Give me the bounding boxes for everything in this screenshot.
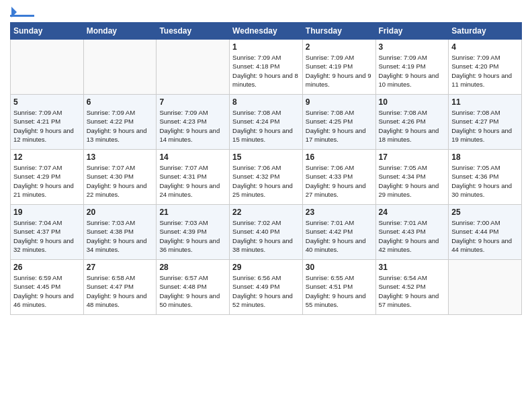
day-info: Sunrise: 7:08 AM Sunset: 4:25 PM Dayligh…	[306, 108, 373, 144]
calendar-cell: 26Sunrise: 6:59 AM Sunset: 4:45 PM Dayli…	[11, 260, 84, 315]
calendar-cell: 27Sunrise: 6:58 AM Sunset: 4:47 PM Dayli…	[83, 260, 157, 315]
col-header-friday: Friday	[375, 23, 449, 40]
day-number: 22	[232, 208, 300, 217]
calendar-week-row: 12Sunrise: 7:07 AM Sunset: 4:29 PM Dayli…	[11, 150, 522, 205]
day-info: Sunrise: 7:08 AM Sunset: 4:27 PM Dayligh…	[451, 108, 519, 144]
calendar-header-row: SundayMondayTuesdayWednesdayThursdayFrid…	[11, 23, 522, 40]
day-info: Sunrise: 7:08 AM Sunset: 4:26 PM Dayligh…	[379, 108, 446, 144]
calendar-cell: 20Sunrise: 7:03 AM Sunset: 4:38 PM Dayli…	[83, 205, 157, 260]
calendar-week-row: 1Sunrise: 7:09 AM Sunset: 4:18 PM Daylig…	[11, 40, 522, 95]
calendar-cell: 10Sunrise: 7:08 AM Sunset: 4:26 PM Dayli…	[375, 95, 449, 150]
day-number: 6	[87, 97, 154, 107]
calendar-cell: 7Sunrise: 7:09 AM Sunset: 4:23 PM Daylig…	[157, 95, 230, 150]
day-number: 30	[306, 263, 373, 272]
day-number: 7	[159, 97, 226, 107]
day-number: 31	[379, 263, 446, 272]
calendar-cell: 3Sunrise: 7:09 AM Sunset: 4:19 PM Daylig…	[375, 40, 449, 95]
day-info: Sunrise: 7:01 AM Sunset: 4:43 PM Dayligh…	[379, 218, 446, 254]
calendar-cell: 2Sunrise: 7:09 AM Sunset: 4:19 PM Daylig…	[302, 40, 375, 95]
calendar-cell	[157, 40, 230, 95]
day-info: Sunrise: 7:07 AM Sunset: 4:29 PM Dayligh…	[13, 163, 81, 199]
calendar-cell: 8Sunrise: 7:08 AM Sunset: 4:24 PM Daylig…	[230, 95, 303, 150]
day-number: 21	[159, 208, 226, 217]
day-number: 27	[87, 263, 154, 272]
day-number: 18	[451, 152, 519, 162]
day-number: 26	[13, 263, 81, 272]
calendar-cell: 19Sunrise: 7:04 AM Sunset: 4:37 PM Dayli…	[11, 205, 84, 260]
calendar-cell: 14Sunrise: 7:07 AM Sunset: 4:31 PM Dayli…	[157, 150, 230, 205]
day-info: Sunrise: 7:09 AM Sunset: 4:18 PM Dayligh…	[232, 53, 300, 89]
day-info: Sunrise: 6:57 AM Sunset: 4:48 PM Dayligh…	[159, 273, 226, 309]
day-number: 11	[451, 97, 519, 107]
calendar-cell: 28Sunrise: 6:57 AM Sunset: 4:48 PM Dayli…	[157, 260, 230, 315]
col-header-tuesday: Tuesday	[157, 23, 230, 40]
header	[10, 7, 522, 17]
day-info: Sunrise: 7:06 AM Sunset: 4:32 PM Dayligh…	[232, 163, 300, 199]
calendar-cell: 12Sunrise: 7:07 AM Sunset: 4:29 PM Dayli…	[11, 150, 84, 205]
calendar-week-row: 19Sunrise: 7:04 AM Sunset: 4:37 PM Dayli…	[11, 205, 522, 260]
calendar-cell: 1Sunrise: 7:09 AM Sunset: 4:18 PM Daylig…	[230, 40, 303, 95]
day-number: 14	[159, 152, 226, 162]
day-number: 5	[13, 97, 81, 107]
day-number: 23	[306, 208, 373, 217]
day-number: 10	[379, 97, 446, 107]
day-info: Sunrise: 6:55 AM Sunset: 4:51 PM Dayligh…	[306, 273, 373, 309]
day-number: 28	[159, 263, 226, 272]
col-header-wednesday: Wednesday	[230, 23, 303, 40]
calendar-cell: 22Sunrise: 7:02 AM Sunset: 4:40 PM Dayli…	[230, 205, 303, 260]
day-number: 8	[232, 97, 300, 107]
col-header-sunday: Sunday	[11, 23, 84, 40]
calendar-cell: 4Sunrise: 7:09 AM Sunset: 4:20 PM Daylig…	[449, 40, 522, 95]
calendar-cell: 13Sunrise: 7:07 AM Sunset: 4:30 PM Dayli…	[83, 150, 157, 205]
col-header-thursday: Thursday	[302, 23, 375, 40]
day-info: Sunrise: 7:09 AM Sunset: 4:20 PM Dayligh…	[451, 53, 519, 89]
day-info: Sunrise: 7:04 AM Sunset: 4:37 PM Dayligh…	[13, 218, 81, 254]
day-info: Sunrise: 7:05 AM Sunset: 4:34 PM Dayligh…	[379, 163, 446, 199]
day-info: Sunrise: 7:02 AM Sunset: 4:40 PM Dayligh…	[232, 218, 300, 254]
day-info: Sunrise: 7:05 AM Sunset: 4:36 PM Dayligh…	[451, 163, 519, 199]
day-info: Sunrise: 7:09 AM Sunset: 4:22 PM Dayligh…	[87, 108, 154, 144]
logo	[10, 7, 37, 17]
day-info: Sunrise: 7:06 AM Sunset: 4:33 PM Dayligh…	[306, 163, 373, 199]
day-info: Sunrise: 7:01 AM Sunset: 4:42 PM Dayligh…	[306, 218, 373, 254]
calendar-cell: 15Sunrise: 7:06 AM Sunset: 4:32 PM Dayli…	[230, 150, 303, 205]
day-number: 2	[306, 42, 373, 52]
calendar-cell	[83, 40, 157, 95]
day-info: Sunrise: 7:09 AM Sunset: 4:19 PM Dayligh…	[379, 53, 446, 89]
day-number: 24	[379, 208, 446, 217]
day-info: Sunrise: 7:03 AM Sunset: 4:38 PM Dayligh…	[87, 218, 154, 254]
calendar-cell: 18Sunrise: 7:05 AM Sunset: 4:36 PM Dayli…	[449, 150, 522, 205]
day-info: Sunrise: 7:07 AM Sunset: 4:30 PM Dayligh…	[87, 163, 154, 199]
day-info: Sunrise: 7:09 AM Sunset: 4:21 PM Dayligh…	[13, 108, 81, 144]
calendar-week-row: 5Sunrise: 7:09 AM Sunset: 4:21 PM Daylig…	[11, 95, 522, 150]
calendar-cell: 21Sunrise: 7:03 AM Sunset: 4:39 PM Dayli…	[157, 205, 230, 260]
day-number: 19	[13, 208, 81, 217]
calendar-cell: 23Sunrise: 7:01 AM Sunset: 4:42 PM Dayli…	[302, 205, 375, 260]
day-number: 25	[451, 208, 519, 217]
day-number: 15	[232, 152, 300, 162]
calendar-cell: 6Sunrise: 7:09 AM Sunset: 4:22 PM Daylig…	[83, 95, 157, 150]
calendar-cell: 31Sunrise: 6:54 AM Sunset: 4:52 PM Dayli…	[375, 260, 449, 315]
calendar-cell: 25Sunrise: 7:00 AM Sunset: 4:44 PM Dayli…	[449, 205, 522, 260]
calendar-cell: 17Sunrise: 7:05 AM Sunset: 4:34 PM Dayli…	[375, 150, 449, 205]
calendar-cell: 29Sunrise: 6:56 AM Sunset: 4:49 PM Dayli…	[230, 260, 303, 315]
col-header-monday: Monday	[83, 23, 157, 40]
day-number: 16	[306, 152, 373, 162]
day-number: 20	[87, 208, 154, 217]
calendar-week-row: 26Sunrise: 6:59 AM Sunset: 4:45 PM Dayli…	[11, 260, 522, 315]
calendar-body: 1Sunrise: 7:09 AM Sunset: 4:18 PM Daylig…	[11, 40, 522, 315]
day-number: 17	[379, 152, 446, 162]
day-info: Sunrise: 6:58 AM Sunset: 4:47 PM Dayligh…	[87, 273, 154, 309]
day-info: Sunrise: 6:56 AM Sunset: 4:49 PM Dayligh…	[232, 273, 300, 309]
day-number: 13	[87, 152, 154, 162]
day-info: Sunrise: 7:03 AM Sunset: 4:39 PM Dayligh…	[159, 218, 226, 254]
calendar-cell: 11Sunrise: 7:08 AM Sunset: 4:27 PM Dayli…	[449, 95, 522, 150]
calendar-cell: 30Sunrise: 6:55 AM Sunset: 4:51 PM Dayli…	[302, 260, 375, 315]
day-info: Sunrise: 6:54 AM Sunset: 4:52 PM Dayligh…	[379, 273, 446, 309]
calendar-cell	[11, 40, 84, 95]
calendar-cell: 5Sunrise: 7:09 AM Sunset: 4:21 PM Daylig…	[11, 95, 84, 150]
day-info: Sunrise: 7:08 AM Sunset: 4:24 PM Dayligh…	[232, 108, 300, 144]
calendar-cell	[449, 260, 522, 315]
calendar-cell: 9Sunrise: 7:08 AM Sunset: 4:25 PM Daylig…	[302, 95, 375, 150]
day-number: 3	[379, 42, 446, 52]
